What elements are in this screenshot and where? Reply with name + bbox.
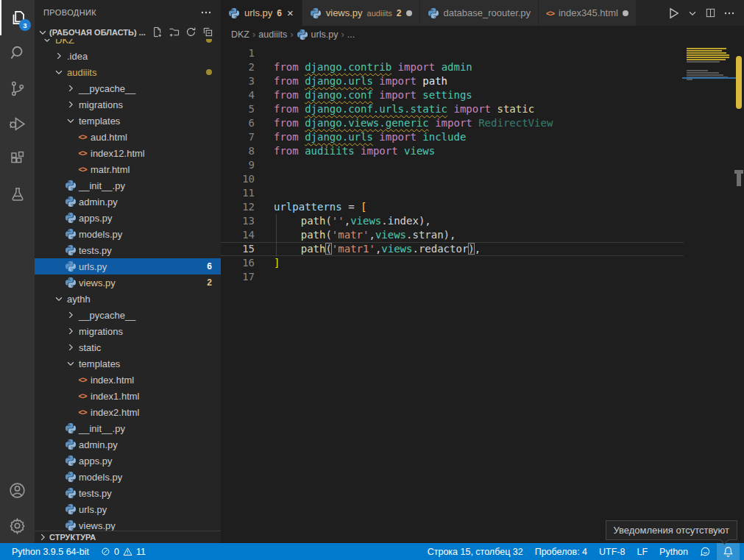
problems-status[interactable]: 011 <box>95 543 152 560</box>
activity-item-search[interactable] <box>0 35 35 71</box>
python-icon <box>64 212 77 224</box>
notifications-bell[interactable] <box>717 543 740 560</box>
breadcrumb-item[interactable]: audiiits <box>258 29 287 40</box>
status-bar-left: Python 3.9.5 64-bit011 <box>0 543 152 560</box>
tab-label: database_roouter.py <box>444 7 531 18</box>
indentation-status[interactable]: Пробелов: 4 <box>529 543 593 560</box>
tree-item-label: index2.html <box>89 407 139 418</box>
tree-item[interactable]: <>index.html <box>35 372 221 388</box>
tab-views.py[interactable]: views.pyaudiiits2 <box>302 0 420 26</box>
tree-item[interactable]: __init__.py <box>35 420 221 436</box>
breadcrumb-label: DKZ <box>231 29 249 40</box>
tree-item[interactable]: models.py <box>35 469 221 485</box>
tree-item-label: models.py <box>77 472 122 483</box>
tree-item[interactable]: __init__.py <box>35 177 221 194</box>
line-number: 5 <box>221 102 255 116</box>
minimap-line <box>687 70 708 71</box>
run-dropdown-button[interactable] <box>687 8 698 18</box>
tab-problem-badge: 6 <box>277 8 282 18</box>
tab-index345.html[interactable]: <>index345.html <box>539 0 637 26</box>
views-more-actions-icon[interactable] <box>200 7 212 18</box>
breadcrumb-label: urls.py <box>311 29 339 40</box>
breadcrumb-item[interactable]: DKZ <box>231 29 249 40</box>
encoding-status[interactable]: UTF-8 <box>593 543 631 560</box>
activity-item-settings[interactable] <box>0 508 35 543</box>
tree-item[interactable]: admin.py <box>35 194 221 210</box>
tree-item[interactable]: <>matr.html <box>35 161 221 177</box>
close-icon[interactable]: × <box>286 7 294 19</box>
tree-item[interactable]: apps.py <box>35 210 221 226</box>
tree-item[interactable]: aythh <box>35 291 221 307</box>
activity-badge: 3 <box>19 19 31 31</box>
workspace-section-header[interactable]: (РАБОЧАЯ ОБЛАСТЬ) ... <box>35 25 221 39</box>
code-lines: 12from django.contrib import admin3from … <box>221 43 744 284</box>
tree-item[interactable]: __pycache__ <box>35 80 221 96</box>
breadcrumb-item[interactable]: ... <box>347 29 355 40</box>
tree-item[interactable]: urls.py <box>35 501 221 517</box>
line-number: 13 <box>221 214 255 228</box>
line-number: 17 <box>221 270 255 284</box>
eol-status[interactable]: LF <box>631 543 653 560</box>
breadcrumb-item[interactable]: urls.py <box>297 29 339 40</box>
tree-item[interactable]: <>index12.html <box>35 145 221 161</box>
tree-item[interactable]: DKZ <box>35 39 221 48</box>
tree-item[interactable]: templates <box>35 113 221 129</box>
split-editor-button[interactable] <box>705 7 716 18</box>
language-mode-label: Python <box>659 547 688 557</box>
activity-item-testing[interactable] <box>0 177 35 212</box>
tree-item-label: .idea <box>65 51 88 62</box>
tree-item[interactable]: urls.py6 <box>35 258 221 274</box>
tree-item[interactable]: tests.py <box>35 242 221 258</box>
tree-item[interactable]: migrations <box>35 96 221 113</box>
line-number: 4 <box>221 88 255 102</box>
tree-item[interactable]: __pycache__ <box>35 307 221 323</box>
line-content <box>255 186 274 200</box>
activity-item-source-control[interactable] <box>0 71 35 106</box>
python-icon <box>64 180 77 191</box>
outline-section-header[interactable]: СТРУКТУРА <box>35 531 221 543</box>
tab-urls.py[interactable]: urls.py6× <box>221 0 302 26</box>
language-mode-status[interactable]: Python <box>653 543 694 560</box>
tree-item[interactable]: views.py2 <box>35 274 221 291</box>
overview-ruler[interactable] <box>734 43 744 543</box>
python-interpreter-status[interactable]: Python 3.9.5 64-bit <box>6 543 95 560</box>
tab-database_roouter.py[interactable]: database_roouter.py <box>420 0 539 26</box>
tree-item[interactable]: apps.py <box>35 453 221 469</box>
tree-item-label: tests.py <box>77 245 112 256</box>
scrollbar-marker <box>737 174 741 186</box>
breadcrumb-separator: › <box>252 29 255 40</box>
tree-item[interactable]: admin.py <box>35 436 221 453</box>
run-button[interactable] <box>667 7 680 20</box>
python-icon <box>64 471 77 483</box>
tree-item[interactable]: <>aud.html <box>35 129 221 145</box>
new-folder-icon[interactable] <box>169 26 180 38</box>
python-icon <box>64 228 77 240</box>
activity-item-account[interactable] <box>0 472 35 508</box>
refresh-icon[interactable] <box>185 26 196 38</box>
minimap[interactable] <box>687 46 732 99</box>
tree-item[interactable]: .idea <box>35 48 221 64</box>
tree-item-label: tests.py <box>77 488 112 499</box>
line-number: 16 <box>221 256 255 270</box>
code-line: 8from audiiits import views <box>221 144 744 158</box>
activity-item-explorer[interactable]: 3 <box>0 0 35 35</box>
tree-item[interactable]: models.py <box>35 226 221 242</box>
cursor-position-status[interactable]: Строка 15, столбец 32 <box>422 543 529 560</box>
activity-item-run-debug[interactable] <box>0 106 35 141</box>
new-file-icon[interactable] <box>152 26 163 38</box>
tree-item[interactable]: migrations <box>35 323 221 339</box>
tree-item[interactable]: templates <box>35 355 221 372</box>
tree-item[interactable]: tests.py <box>35 485 221 501</box>
line-number: 12 <box>221 200 255 214</box>
tree-item[interactable]: audiiits <box>35 64 221 80</box>
tree-item[interactable]: <>index1.html <box>35 388 221 404</box>
feedback-status[interactable] <box>694 543 717 560</box>
tree-item[interactable]: views.py <box>35 517 221 531</box>
collapse-all-icon[interactable] <box>202 26 213 38</box>
more-actions-button[interactable] <box>723 7 735 19</box>
activity-item-extensions[interactable] <box>0 141 35 177</box>
tree-item[interactable]: <>index2.html <box>35 404 221 420</box>
tree-item[interactable]: static <box>35 339 221 355</box>
code-editor[interactable]: 12from django.contrib import admin3from … <box>221 43 744 543</box>
line-content: urlpatterns = [ <box>255 200 366 214</box>
